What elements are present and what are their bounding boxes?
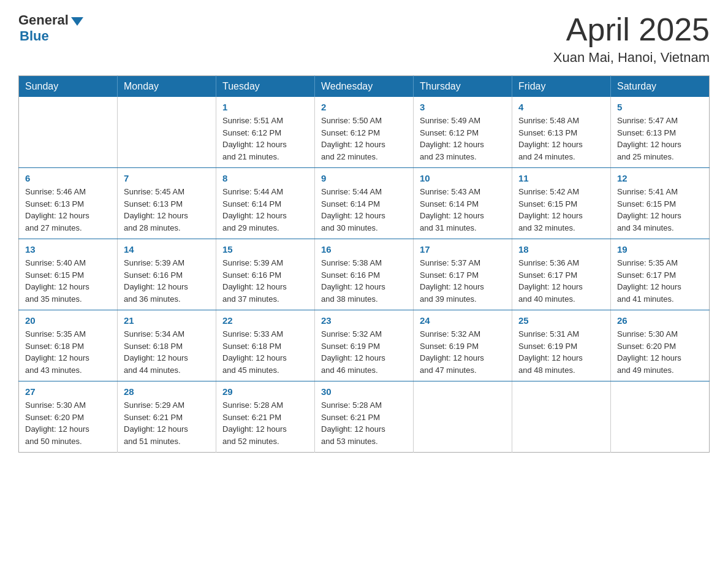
day-info: Sunrise: 5:49 AM Sunset: 6:12 PM Dayligh…	[420, 115, 506, 163]
calendar-cell: 15Sunrise: 5:39 AM Sunset: 6:16 PM Dayli…	[216, 239, 315, 310]
page-header: General Blue April 2025 Xuan Mai, Hanoi,…	[18, 12, 710, 66]
calendar-week-row: 20Sunrise: 5:35 AM Sunset: 6:18 PM Dayli…	[19, 310, 710, 381]
day-info: Sunrise: 5:50 AM Sunset: 6:12 PM Dayligh…	[321, 115, 407, 163]
day-number: 29	[222, 386, 308, 397]
calendar-cell: 1Sunrise: 5:51 AM Sunset: 6:12 PM Daylig…	[216, 97, 315, 168]
calendar-cell: 21Sunrise: 5:34 AM Sunset: 6:18 PM Dayli…	[118, 310, 216, 381]
calendar-cell: 7Sunrise: 5:45 AM Sunset: 6:13 PM Daylig…	[118, 168, 216, 239]
calendar-cell: 28Sunrise: 5:29 AM Sunset: 6:21 PM Dayli…	[118, 381, 216, 453]
calendar-cell: 17Sunrise: 5:37 AM Sunset: 6:17 PM Dayli…	[414, 239, 512, 310]
day-number: 12	[617, 173, 703, 183]
day-number: 20	[25, 315, 111, 326]
calendar-week-row: 13Sunrise: 5:40 AM Sunset: 6:15 PM Dayli…	[19, 239, 710, 310]
logo-arrow-icon	[71, 17, 83, 26]
calendar-cell	[118, 97, 216, 168]
location-title: Xuan Mai, Hanoi, Vietnam	[553, 50, 710, 66]
calendar-cell: 16Sunrise: 5:38 AM Sunset: 6:16 PM Dayli…	[315, 239, 414, 310]
day-number: 15	[222, 244, 308, 255]
month-title: April 2025	[553, 12, 710, 47]
day-number: 16	[321, 244, 407, 255]
day-number: 3	[420, 102, 506, 112]
day-number: 2	[321, 102, 407, 112]
day-number: 13	[25, 244, 111, 255]
day-number: 18	[518, 244, 604, 255]
calendar-cell: 4Sunrise: 5:48 AM Sunset: 6:13 PM Daylig…	[512, 97, 611, 168]
day-number: 25	[518, 315, 604, 326]
day-info: Sunrise: 5:33 AM Sunset: 6:18 PM Dayligh…	[222, 328, 308, 376]
day-info: Sunrise: 5:43 AM Sunset: 6:14 PM Dayligh…	[420, 186, 506, 234]
day-info: Sunrise: 5:46 AM Sunset: 6:13 PM Dayligh…	[25, 186, 111, 234]
calendar-cell: 23Sunrise: 5:32 AM Sunset: 6:19 PM Dayli…	[315, 310, 414, 381]
day-number: 30	[321, 386, 407, 397]
day-number: 11	[518, 173, 604, 183]
calendar-cell: 11Sunrise: 5:42 AM Sunset: 6:15 PM Dayli…	[512, 168, 611, 239]
day-info: Sunrise: 5:35 AM Sunset: 6:18 PM Dayligh…	[25, 328, 111, 376]
calendar-cell: 14Sunrise: 5:39 AM Sunset: 6:16 PM Dayli…	[118, 239, 216, 310]
day-info: Sunrise: 5:38 AM Sunset: 6:16 PM Dayligh…	[321, 257, 407, 305]
calendar-cell: 18Sunrise: 5:36 AM Sunset: 6:17 PM Dayli…	[512, 239, 611, 310]
day-number: 8	[222, 173, 308, 183]
calendar-week-row: 27Sunrise: 5:30 AM Sunset: 6:20 PM Dayli…	[19, 381, 710, 453]
calendar-cell: 19Sunrise: 5:35 AM Sunset: 6:17 PM Dayli…	[611, 239, 710, 310]
logo-blue-text: Blue	[20, 28, 49, 44]
day-info: Sunrise: 5:44 AM Sunset: 6:14 PM Dayligh…	[321, 186, 407, 234]
logo: General Blue	[18, 12, 83, 44]
day-info: Sunrise: 5:28 AM Sunset: 6:21 PM Dayligh…	[321, 399, 407, 447]
day-number: 23	[321, 315, 407, 326]
day-info: Sunrise: 5:28 AM Sunset: 6:21 PM Dayligh…	[222, 399, 308, 447]
day-number: 22	[222, 315, 308, 326]
calendar-cell	[414, 381, 512, 453]
logo-general-text: General	[18, 12, 69, 28]
day-info: Sunrise: 5:48 AM Sunset: 6:13 PM Dayligh…	[518, 115, 604, 163]
day-header-saturday: Saturday	[611, 76, 710, 98]
day-info: Sunrise: 5:45 AM Sunset: 6:13 PM Dayligh…	[124, 186, 210, 234]
title-area: April 2025 Xuan Mai, Hanoi, Vietnam	[553, 12, 710, 66]
calendar-cell: 9Sunrise: 5:44 AM Sunset: 6:14 PM Daylig…	[315, 168, 414, 239]
day-number: 14	[124, 244, 210, 255]
day-number: 19	[617, 244, 703, 255]
day-number: 27	[25, 386, 111, 397]
calendar-cell: 13Sunrise: 5:40 AM Sunset: 6:15 PM Dayli…	[19, 239, 118, 310]
calendar-week-row: 1Sunrise: 5:51 AM Sunset: 6:12 PM Daylig…	[19, 97, 710, 168]
day-header-monday: Monday	[118, 76, 216, 98]
day-info: Sunrise: 5:44 AM Sunset: 6:14 PM Dayligh…	[222, 186, 308, 234]
day-header-tuesday: Tuesday	[216, 76, 315, 98]
calendar-cell: 5Sunrise: 5:47 AM Sunset: 6:13 PM Daylig…	[611, 97, 710, 168]
calendar-cell: 30Sunrise: 5:28 AM Sunset: 6:21 PM Dayli…	[315, 381, 414, 453]
calendar-table: SundayMondayTuesdayWednesdayThursdayFrid…	[18, 75, 710, 453]
day-info: Sunrise: 5:32 AM Sunset: 6:19 PM Dayligh…	[420, 328, 506, 376]
day-info: Sunrise: 5:34 AM Sunset: 6:18 PM Dayligh…	[124, 328, 210, 376]
calendar-cell: 8Sunrise: 5:44 AM Sunset: 6:14 PM Daylig…	[216, 168, 315, 239]
day-info: Sunrise: 5:47 AM Sunset: 6:13 PM Dayligh…	[617, 115, 703, 163]
day-info: Sunrise: 5:41 AM Sunset: 6:15 PM Dayligh…	[617, 186, 703, 234]
calendar-header-row: SundayMondayTuesdayWednesdayThursdayFrid…	[19, 76, 710, 98]
calendar-cell: 2Sunrise: 5:50 AM Sunset: 6:12 PM Daylig…	[315, 97, 414, 168]
day-header-sunday: Sunday	[19, 76, 118, 98]
day-info: Sunrise: 5:37 AM Sunset: 6:17 PM Dayligh…	[420, 257, 506, 305]
day-number: 7	[124, 173, 210, 183]
calendar-cell: 25Sunrise: 5:31 AM Sunset: 6:19 PM Dayli…	[512, 310, 611, 381]
day-info: Sunrise: 5:42 AM Sunset: 6:15 PM Dayligh…	[518, 186, 604, 234]
day-info: Sunrise: 5:31 AM Sunset: 6:19 PM Dayligh…	[518, 328, 604, 376]
day-number: 28	[124, 386, 210, 397]
calendar-cell: 20Sunrise: 5:35 AM Sunset: 6:18 PM Dayli…	[19, 310, 118, 381]
day-info: Sunrise: 5:40 AM Sunset: 6:15 PM Dayligh…	[25, 257, 111, 305]
calendar-cell: 6Sunrise: 5:46 AM Sunset: 6:13 PM Daylig…	[19, 168, 118, 239]
day-number: 21	[124, 315, 210, 326]
calendar-cell: 29Sunrise: 5:28 AM Sunset: 6:21 PM Dayli…	[216, 381, 315, 453]
day-number: 17	[420, 244, 506, 255]
calendar-cell: 22Sunrise: 5:33 AM Sunset: 6:18 PM Dayli…	[216, 310, 315, 381]
calendar-cell: 27Sunrise: 5:30 AM Sunset: 6:20 PM Dayli…	[19, 381, 118, 453]
day-header-wednesday: Wednesday	[315, 76, 414, 98]
day-info: Sunrise: 5:35 AM Sunset: 6:17 PM Dayligh…	[617, 257, 703, 305]
calendar-cell	[611, 381, 710, 453]
day-info: Sunrise: 5:32 AM Sunset: 6:19 PM Dayligh…	[321, 328, 407, 376]
day-info: Sunrise: 5:39 AM Sunset: 6:16 PM Dayligh…	[124, 257, 210, 305]
calendar-week-row: 6Sunrise: 5:46 AM Sunset: 6:13 PM Daylig…	[19, 168, 710, 239]
day-info: Sunrise: 5:29 AM Sunset: 6:21 PM Dayligh…	[124, 399, 210, 447]
day-number: 6	[25, 173, 111, 183]
calendar-cell: 10Sunrise: 5:43 AM Sunset: 6:14 PM Dayli…	[414, 168, 512, 239]
day-info: Sunrise: 5:39 AM Sunset: 6:16 PM Dayligh…	[222, 257, 308, 305]
calendar-cell	[512, 381, 611, 453]
day-number: 4	[518, 102, 604, 112]
